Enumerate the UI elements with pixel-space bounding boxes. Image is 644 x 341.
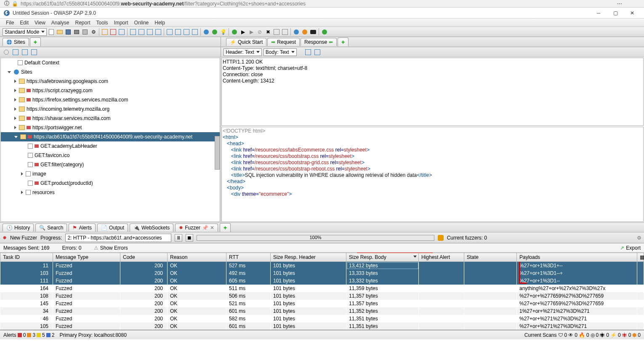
pin-icon[interactable]: 📌 (202, 225, 208, 231)
scrollbar-thumb[interactable] (215, 136, 220, 170)
forced-browse-icon[interactable] (321, 28, 328, 36)
alerts-summary[interactable]: Alerts 0 3 5 2 (3, 332, 54, 338)
split-vertical-icon[interactable] (314, 48, 321, 56)
col-payloads[interactable]: Payloads (517, 253, 637, 262)
snapshot-icon[interactable] (73, 28, 80, 36)
browser-url[interactable]: https://acb61f0a1fd7c55b80f41450006400f9… (21, 1, 615, 7)
search-tab[interactable]: 🔍Search (35, 224, 67, 232)
save-session-icon[interactable] (64, 28, 72, 36)
table-row[interactable]: 145Fuzzed200OK521 ms101 bytes11,357 byte… (0, 300, 644, 307)
maximize-button[interactable]: ▢ (607, 8, 624, 18)
add-tab-button[interactable]: + (30, 37, 41, 46)
close-button[interactable]: ✕ (624, 8, 641, 18)
request-node[interactable]: GET:product(productId) (1, 178, 220, 188)
history-tab[interactable]: 🕓History (3, 224, 34, 232)
menu-file[interactable]: File (3, 19, 16, 27)
menu-report[interactable]: Report (73, 19, 93, 27)
col-message-type[interactable]: Message Type (53, 253, 120, 262)
site-node[interactable]: https://firefox.settings.services.mozill… (1, 95, 220, 104)
toggle-icon[interactable] (14, 117, 16, 120)
new-fuzzer-link[interactable]: New Fuzzer (10, 235, 37, 241)
websockets-tab[interactable]: 🔌WebSockets (130, 224, 173, 232)
col-reason[interactable]: Reason (168, 253, 226, 262)
options-icon[interactable]: ⚙ (90, 28, 97, 36)
manage-break-icon[interactable] (273, 28, 280, 36)
menu-view[interactable]: View (32, 19, 48, 27)
request-tab[interactable]: ➡Request (267, 38, 300, 46)
toggle-icon[interactable] (8, 71, 11, 73)
table-row[interactable]: 105Fuzzed200OK601 ms101 bytes11,351 byte… (0, 322, 644, 330)
stop-break-icon[interactable]: ⊘ (256, 28, 263, 36)
record-icon[interactable] (231, 28, 238, 36)
add-tab-button[interactable]: + (338, 37, 349, 46)
sites-tab[interactable]: Sites (3, 38, 29, 46)
toggle-icon[interactable] (14, 98, 16, 101)
layout-1-icon[interactable] (129, 28, 137, 36)
browser-menu-icon[interactable]: ⋯ (617, 1, 623, 7)
table-row[interactable]: 34Fuzzed200OK601 ms101 bytes11,352 bytes… (0, 307, 644, 315)
continue-icon[interactable]: ▶ (247, 28, 255, 36)
toggle-icon[interactable] (21, 191, 23, 194)
layout-3-icon[interactable] (146, 28, 154, 36)
table-row[interactable]: 46Fuzzed200OK582 ms101 bytes11,351 bytes… (0, 315, 644, 322)
site-node[interactable]: https://incoming.telemetry.mozilla.org (1, 104, 220, 114)
response-tab[interactable]: Response⬅ (301, 38, 337, 46)
col-highest-alert[interactable]: Highest Alert (419, 253, 464, 262)
pin-button[interactable] (438, 235, 444, 241)
session-properties-icon[interactable] (81, 28, 89, 36)
layout-2-icon[interactable] (138, 28, 145, 36)
close-tab-icon[interactable]: ✕ (210, 225, 214, 231)
request-node[interactable]: GET:academyLabHeader (1, 141, 220, 151)
open-session-icon[interactable] (56, 28, 64, 36)
menu-import[interactable]: Import (112, 19, 131, 27)
fuzzer-tab[interactable]: ✸Fuzzer📌✕ (175, 224, 218, 232)
col-size-body[interactable]: Size Resp. Body (346, 253, 419, 262)
layout-4-icon[interactable] (154, 28, 162, 36)
step-icon[interactable]: ▶ (239, 28, 247, 36)
add-break-icon[interactable]: ✖ (264, 28, 272, 36)
globe-blue-icon[interactable] (202, 28, 210, 36)
export-button[interactable]: ↗Export (620, 245, 641, 251)
col-size-header[interactable]: Size Resp. Header (271, 253, 346, 262)
progress-select[interactable]: 2: HTTP - https://acb61f..and+accessorie… (65, 234, 171, 242)
browser-firefox-icon[interactable] (301, 28, 309, 36)
col-rtt[interactable]: RTT (226, 253, 271, 262)
output-tab[interactable]: 📄Output (97, 224, 128, 232)
header-view-combo[interactable]: Header: Text (224, 48, 262, 56)
clear-icon[interactable] (281, 28, 289, 36)
globe-green-icon[interactable] (211, 28, 218, 36)
gear-icon[interactable]: ⚙ (637, 235, 641, 241)
toggle-icon[interactable] (14, 89, 16, 92)
toggle-icon[interactable] (14, 80, 16, 83)
default-context-node[interactable]: Default Context (1, 58, 220, 67)
toggle-icon[interactable] (14, 107, 16, 111)
toggle-icon[interactable] (14, 136, 18, 138)
col-state[interactable]: State (464, 253, 517, 262)
reset-layout-icon[interactable] (191, 28, 199, 36)
response-header-view[interactable]: HTTP/1.1 200 OK Content-Type: text/html;… (221, 58, 644, 126)
expand-sites-icon[interactable] (166, 28, 173, 36)
col-config[interactable]: ▦ (637, 253, 644, 262)
toggle-icon[interactable] (21, 172, 23, 176)
sites-root-node[interactable]: Sites (1, 67, 220, 77)
toggle-tab-icon[interactable] (101, 28, 109, 36)
tree-collapse-icon[interactable] (3, 48, 10, 56)
table-row[interactable]: 164Fuzzed200OK511 ms101 bytes11,359 byte… (0, 285, 644, 292)
table-row[interactable]: 108Fuzzed200OK506 ms101 bytes11,357 byte… (0, 292, 644, 300)
show-all-tabs-icon[interactable] (118, 28, 125, 36)
col-task-id[interactable]: Task ID (0, 253, 53, 262)
col-code[interactable]: Code (120, 253, 168, 262)
stop-button[interactable]: ⏹ (186, 234, 193, 242)
request-node[interactable]: GET:filter(category) (1, 160, 220, 169)
add-tab-button[interactable]: + (220, 223, 231, 232)
alerts-tab[interactable]: ⚑Alerts (69, 224, 96, 232)
expand-info-icon[interactable] (174, 28, 182, 36)
tree-view-3-icon[interactable] (30, 48, 38, 56)
mode-combo[interactable]: Standard Mode (3, 28, 47, 36)
table-row[interactable]: 111Fuzzed200OK605 ms101 bytes13,332 byte… (0, 277, 644, 285)
fuzzer-results-table[interactable]: Task ID Message Type Code Reason RTT Siz… (0, 253, 644, 330)
site-node[interactable]: https://shavar.services.mozilla.com (1, 114, 220, 123)
site-node[interactable]: https://safebrowsing.googleapis.com (1, 77, 220, 86)
response-body-view[interactable]: <!DOCTYPE html> <html> <head> <link href… (221, 127, 644, 222)
menu-tools[interactable]: Tools (94, 19, 111, 27)
